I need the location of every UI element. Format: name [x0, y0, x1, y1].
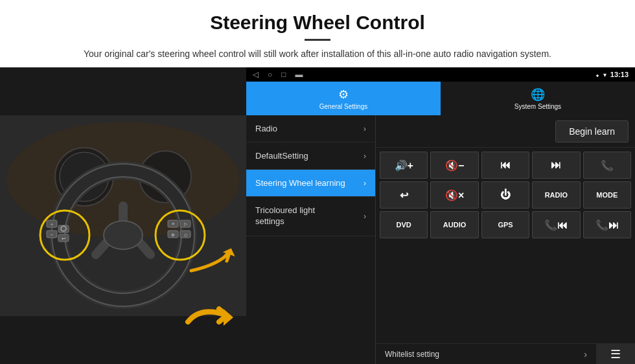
chevron-right-icon: › [364, 179, 366, 188]
gps-button[interactable]: GPS [481, 211, 529, 238]
mode-label: MODE [596, 191, 618, 199]
menu-icon[interactable]: ▬ [295, 70, 303, 79]
tab-bar: ⚙ General Settings 🌐 System Settings [246, 82, 635, 115]
whitelist-label: Whitelist setting [385, 350, 439, 359]
control-row-3: DVD AUDIO GPS 📞⏮ [380, 211, 631, 238]
dvd-button[interactable]: DVD [380, 211, 428, 238]
menu-item-tricoloured[interactable]: Tricoloured light settings › [246, 197, 375, 236]
phone-icon: 📞 [601, 159, 614, 172]
volume-up-icon: 🔊+ [395, 159, 413, 172]
svg-point-11 [104, 221, 143, 249]
skip-forward-icon: ⏭ [551, 159, 561, 171]
globe-icon: 🌐 [531, 87, 545, 102]
chevron-right-icon: › [584, 349, 587, 359]
svg-text:↩: ↩ [62, 236, 66, 242]
page-title: Steering Wheel Control [13, 12, 622, 34]
vol-up-button[interactable]: 🔊+ [380, 152, 428, 179]
phone-answer-button[interactable]: 📞 [583, 152, 631, 179]
gps-label: GPS [498, 221, 513, 229]
audio-button[interactable]: AUDIO [430, 211, 478, 238]
svg-marker-31 [224, 309, 233, 326]
begin-learn-row: Begin learn [376, 115, 635, 148]
mute-icon: 🔇× [445, 189, 464, 201]
steering-image-area: + − ↩ ≡ ▷ ⊕ ◇ [0, 67, 246, 364]
header-section: Steering Wheel Control Your original car… [0, 0, 635, 67]
tab-system-label: System Settings [514, 103, 561, 110]
prev-track-button[interactable]: ⏮ [481, 152, 529, 179]
menu-item-steering[interactable]: Steering Wheel learning › [246, 170, 375, 197]
page-wrapper: Steering Wheel Control Your original car… [0, 0, 635, 364]
status-icons: ⬥ ▾ 13:13 [595, 71, 629, 78]
next-track-button[interactable]: ⏭ [532, 152, 580, 179]
back-icon[interactable]: ◁ [253, 70, 259, 79]
tel-next-icon: 📞⏭ [595, 219, 619, 231]
tel-prev-button[interactable]: 📞⏮ [532, 211, 580, 238]
tab-general-settings[interactable]: ⚙ General Settings [246, 82, 441, 115]
tab-general-label: General Settings [319, 103, 368, 110]
gear-icon: ⚙ [338, 87, 349, 102]
whitelist-setting-item[interactable]: Whitelist setting › [376, 345, 596, 363]
hangup-button[interactable]: ↩ [380, 181, 428, 209]
menu-item-default-label: DefaultSetting [255, 151, 308, 161]
chevron-right-icon: › [364, 124, 366, 133]
chevron-right-icon: › [364, 152, 366, 161]
svg-text:⊕: ⊕ [171, 233, 175, 237]
tel-prev-icon: 📞⏮ [544, 219, 568, 231]
menu-item-radio[interactable]: Radio › [246, 115, 375, 142]
menu-panel: Radio › DefaultSetting › Steering Wheel … [246, 115, 635, 364]
header-divider [305, 39, 330, 41]
main-content: + − ↩ ≡ ▷ ⊕ ◇ [0, 67, 635, 364]
radio-mode-button[interactable]: RADIO [532, 181, 580, 209]
skip-back-icon: ⏮ [500, 159, 511, 171]
arrow-icon [181, 293, 240, 351]
svg-text:≡: ≡ [172, 222, 174, 226]
control-grid: 🔊+ 🔇− ⏮ ⏭ 📞 [376, 148, 635, 343]
time-display: 13:13 [610, 71, 629, 78]
radio-label: RADIO [545, 191, 568, 199]
whitelist-bar: Whitelist setting › ☰ [376, 343, 635, 364]
home-icon[interactable]: ○ [268, 70, 272, 79]
dvd-label: DVD [397, 221, 411, 229]
hangup-icon: ↩ [400, 189, 408, 201]
recents-icon[interactable]: □ [281, 70, 286, 79]
svg-text:−: − [51, 232, 54, 238]
control-row-1: 🔊+ 🔇− ⏮ ⏭ 📞 [380, 152, 631, 179]
chevron-right-icon: › [364, 212, 366, 221]
audio-label: AUDIO [443, 221, 466, 229]
svg-text:+: + [51, 222, 53, 227]
status-bar: ◁ ○ □ ▬ ⬥ ▾ 13:13 [246, 67, 635, 82]
control-panel: Begin learn 🔊+ 🔇− [376, 115, 635, 364]
nav-icons: ◁ ○ □ ▬ [253, 70, 303, 79]
volume-down-icon: 🔇− [445, 159, 464, 172]
begin-learn-button[interactable]: Begin learn [555, 120, 629, 142]
menu-item-steering-label: Steering Wheel learning [255, 178, 345, 188]
menu-item-tricoloured-label: Tricoloured light settings [255, 205, 333, 227]
vol-down-button[interactable]: 🔇− [430, 152, 478, 179]
power-button[interactable]: ⏻ [481, 181, 529, 209]
list-icon: ☰ [610, 347, 621, 361]
mode-button[interactable]: MODE [583, 181, 631, 209]
control-row-2: ↩ 🔇× ⏻ RADIO MO [380, 181, 631, 209]
location-icon: ⬥ [595, 71, 599, 78]
whitelist-icon-area[interactable]: ☰ [596, 344, 635, 364]
header-subtitle: Your original car's steering wheel contr… [13, 47, 622, 61]
android-panel: ◁ ○ □ ▬ ⬥ ▾ 13:13 ⚙ General Settings [246, 67, 635, 364]
menu-item-radio-label: Radio [255, 124, 277, 133]
signal-icon: ▾ [603, 71, 606, 78]
menu-item-defaultsetting[interactable]: DefaultSetting › [246, 142, 375, 170]
menu-list: Radio › DefaultSetting › Steering Wheel … [246, 115, 376, 364]
tab-system-settings[interactable]: 🌐 System Settings [441, 82, 635, 115]
power-icon: ⏻ [500, 189, 511, 201]
tel-next-button[interactable]: 📞⏭ [583, 211, 631, 238]
mute-button[interactable]: 🔇× [430, 181, 478, 209]
